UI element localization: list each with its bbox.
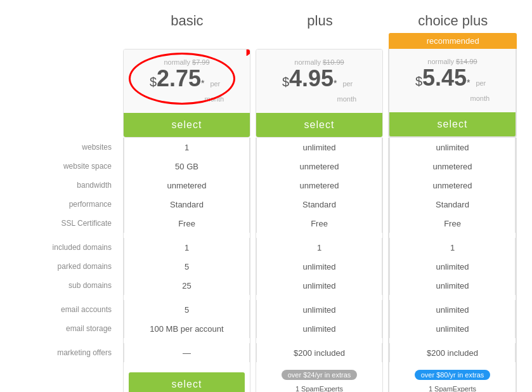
basic-values-column: 1 50 GB unmetered Standard Free 1 5 25 5…	[123, 138, 250, 392]
plus-dollar-sign: $	[282, 73, 289, 91]
basic-sub-domains: 25	[124, 276, 250, 295]
plus-price-display: $ 4.95 * permonth	[263, 67, 376, 107]
choice-websites: unlimited	[389, 138, 516, 157]
choice-extras-container: over $80/yr in extras	[389, 366, 516, 384]
choice-plus-plan-name: choice plus	[389, 13, 517, 30]
label-email-accounts: email accounts	[13, 300, 120, 319]
basic-websites: 1	[124, 138, 250, 157]
basic-gap4	[124, 362, 250, 367]
basic-per-month: permonth	[205, 76, 224, 107]
choice-sub-domains: unlimited	[389, 276, 516, 295]
choice-plus-plan-card: normally $14.99 $ 5.45 * permonth select	[388, 49, 517, 138]
gap2	[13, 295, 120, 300]
choice-dollar-sign: $	[415, 72, 422, 90]
plus-extras-container: over $24/yr in extras	[256, 366, 382, 384]
choice-included-domains: 1	[389, 238, 516, 257]
choice-plus-name-container: choice plus	[389, 13, 517, 33]
basic-included-domains: 1	[124, 238, 250, 257]
label-website-space: website space	[13, 157, 120, 176]
plus-included-domains: 1	[256, 238, 382, 257]
plus-email-storage: unlimited	[256, 319, 382, 338]
label-included-domains: included domains	[13, 238, 120, 257]
choice-values-column: unlimited unmetered unmetered Standard F…	[388, 138, 517, 392]
choice-marketing-offers: $200 included	[389, 343, 516, 362]
basic-price-box: normally $7.99 $ 2.75 * permonth	[124, 49, 250, 113]
basic-plan-name: basic	[123, 13, 251, 33]
basic-gap3	[124, 338, 250, 343]
plus-per-month: permonth	[337, 76, 357, 107]
gap1	[13, 233, 120, 238]
label-sub-domains: sub domains	[13, 276, 120, 295]
plus-price-box: normally $10.99 $ 4.95 * permonth	[256, 49, 382, 113]
plan-names-row: basic plus choice plus	[120, 13, 519, 33]
basic-marketing-offers: —	[124, 343, 250, 362]
choice-select-button-top[interactable]: select	[389, 112, 516, 136]
basic-performance: Standard	[124, 195, 250, 214]
choice-recommended-container: recommended	[389, 33, 517, 49]
plus-ssl: Free	[256, 214, 382, 233]
price-cards-row: normally $7.99 $ 2.75 * permonth select …	[120, 49, 519, 138]
plus-gap3	[256, 338, 382, 343]
choice-gap3	[389, 338, 516, 343]
choice-gap1	[389, 233, 516, 238]
plus-plan-name: plus	[256, 13, 384, 33]
plus-gap2	[256, 295, 382, 300]
plus-select-button[interactable]: select	[256, 113, 382, 137]
basic-price-display: $ 2.75 * permonth	[130, 67, 243, 107]
basic-space: 50 GB	[124, 157, 250, 176]
choice-bandwidth: unmetered	[389, 176, 516, 195]
label-marketing-offers: marketing offers	[13, 343, 120, 362]
label-bandwidth: bandwidth	[13, 176, 120, 195]
recommended-badge: recommended	[389, 33, 517, 49]
plus-bandwidth: unmetered	[256, 176, 382, 195]
plus-websites: unlimited	[256, 138, 382, 157]
plus-email-accounts: unlimited	[256, 300, 382, 319]
choice-per-month: permonth	[470, 75, 490, 106]
label-websites: websites	[13, 138, 120, 157]
label-email-storage: email storage	[13, 319, 120, 338]
choice-space: unmetered	[389, 157, 516, 176]
plus-marketing-offers: $200 included	[256, 343, 382, 362]
label-ssl: SSL Certificate	[13, 214, 120, 233]
feature-labels-column: websites website space bandwidth perform…	[13, 138, 120, 392]
basic-bandwidth: unmetered	[124, 176, 250, 195]
basic-bottom-container: select	[124, 367, 250, 392]
basic-ssl: Free	[124, 214, 250, 233]
plus-gap1	[256, 233, 382, 238]
plus-sub-domains: unlimited	[256, 276, 382, 295]
basic-select-button[interactable]: select	[124, 113, 250, 137]
choice-email-accounts: unlimited	[389, 300, 516, 319]
label-performance: performance	[13, 195, 120, 214]
choice-price-box: normally $14.99 $ 5.45 * permonth	[389, 49, 516, 112]
plus-performance: Standard	[256, 195, 382, 214]
choice-email-storage: unlimited	[389, 319, 516, 338]
choice-price-value: 5.45	[422, 67, 467, 89]
plus-extras-badge: over $24/yr in extras	[282, 370, 358, 380]
basic-plan-card: normally $7.99 $ 2.75 * permonth select	[123, 49, 250, 138]
label-parked-domains: parked domains	[13, 257, 120, 276]
basic-price-value: 2.75	[157, 67, 201, 90]
choice-performance: Standard	[389, 195, 516, 214]
choice-gap2	[389, 295, 516, 300]
features-section: websites website space bandwidth perform…	[13, 138, 519, 392]
plus-values-column: unlimited unmetered unmetered Standard F…	[256, 138, 383, 392]
basic-dollar-sign: $	[150, 73, 157, 91]
recommended-row: recommended	[120, 33, 519, 49]
pricing-page: basic plus choice plus recommended	[13, 13, 519, 392]
gap3	[13, 338, 120, 343]
plus-rec-spacer	[256, 33, 384, 49]
basic-email-storage: 100 MB per account	[124, 319, 250, 338]
plus-plan-card: normally $10.99 $ 4.95 * permonth select	[256, 49, 383, 138]
basic-rec-spacer	[123, 33, 251, 49]
choice-price-display: $ 5.45 * permonth	[396, 67, 509, 106]
basic-gap2	[124, 295, 250, 300]
choice-bonus-1: 1 SpamExperts	[389, 384, 516, 392]
choice-extras-badge: over $80/yr in extras	[415, 370, 491, 380]
plus-parked-domains: unlimited	[256, 257, 382, 276]
basic-parked-domains: 5	[124, 257, 250, 276]
plus-space: unmetered	[256, 157, 382, 176]
plus-bonus-1: 1 SpamExperts	[256, 384, 382, 392]
plus-price-value: 4.95	[289, 67, 334, 90]
basic-select-button-bottom[interactable]: select	[129, 372, 245, 392]
basic-email-accounts: 5	[124, 300, 250, 319]
